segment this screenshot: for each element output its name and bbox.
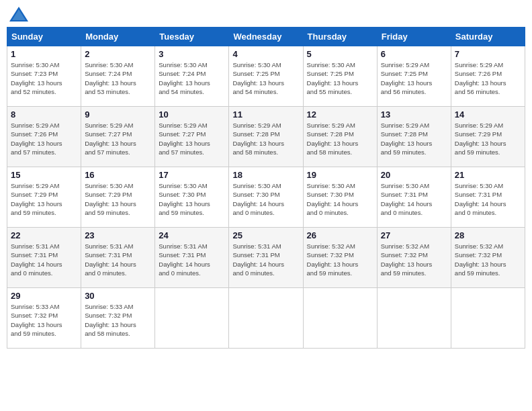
calendar-cell: 12Sunrise: 5:29 AMSunset: 7:28 PMDayligh… — [303, 107, 377, 167]
calendar-cell: 15Sunrise: 5:29 AMSunset: 7:29 PMDayligh… — [7, 167, 81, 228]
day-info: Sunrise: 5:31 AMSunset: 7:31 PMDaylight:… — [159, 242, 225, 277]
day-number: 21 — [455, 170, 521, 180]
calendar-cell: 9Sunrise: 5:29 AMSunset: 7:27 PMDaylight… — [81, 107, 155, 167]
calendar-cell: 30Sunrise: 5:33 AMSunset: 7:32 PMDayligh… — [81, 288, 155, 349]
header — [7, 7, 525, 21]
day-info: Sunrise: 5:29 AMSunset: 7:29 PMDaylight:… — [11, 181, 77, 217]
day-info: Sunrise: 5:30 AMSunset: 7:30 PMDaylight:… — [159, 181, 225, 217]
day-number: 17 — [159, 170, 225, 180]
calendar-cell: 19Sunrise: 5:30 AMSunset: 7:30 PMDayligh… — [303, 167, 377, 228]
day-info: Sunrise: 5:32 AMSunset: 7:32 PMDaylight:… — [307, 242, 373, 277]
header-day-friday: Friday — [377, 28, 451, 46]
day-info: Sunrise: 5:31 AMSunset: 7:31 PMDaylight:… — [11, 242, 77, 277]
day-number: 5 — [307, 49, 373, 59]
day-number: 20 — [381, 170, 447, 180]
calendar-cell: 24Sunrise: 5:31 AMSunset: 7:31 PMDayligh… — [155, 228, 229, 288]
calendar-cell: 5Sunrise: 5:30 AMSunset: 7:25 PMDaylight… — [303, 46, 377, 107]
day-info: Sunrise: 5:32 AMSunset: 7:32 PMDaylight:… — [455, 242, 521, 277]
day-number: 25 — [232, 230, 299, 240]
calendar-cell: 17Sunrise: 5:30 AMSunset: 7:30 PMDayligh… — [155, 167, 229, 228]
day-number: 9 — [85, 109, 151, 120]
day-info: Sunrise: 5:29 AMSunset: 7:28 PMDaylight:… — [381, 121, 447, 156]
day-info: Sunrise: 5:29 AMSunset: 7:29 PMDaylight:… — [455, 121, 521, 156]
day-info: Sunrise: 5:30 AMSunset: 7:30 PMDaylight:… — [307, 181, 373, 217]
day-number: 16 — [85, 170, 151, 180]
day-info: Sunrise: 5:30 AMSunset: 7:24 PMDaylight:… — [159, 60, 225, 96]
calendar-cell: 10Sunrise: 5:29 AMSunset: 7:27 PMDayligh… — [155, 107, 229, 167]
header-day-wednesday: Wednesday — [229, 28, 303, 46]
day-number: 1 — [11, 49, 77, 59]
calendar-cell: 16Sunrise: 5:30 AMSunset: 7:29 PMDayligh… — [81, 167, 155, 228]
day-info: Sunrise: 5:33 AMSunset: 7:32 PMDaylight:… — [85, 302, 151, 338]
calendar-cell: 14Sunrise: 5:29 AMSunset: 7:29 PMDayligh… — [451, 107, 525, 167]
day-info: Sunrise: 5:30 AMSunset: 7:25 PMDaylight:… — [232, 60, 299, 96]
day-number: 27 — [381, 230, 447, 240]
calendar-cell: 18Sunrise: 5:30 AMSunset: 7:30 PMDayligh… — [229, 167, 303, 228]
header-row: SundayMondayTuesdayWednesdayThursdayFrid… — [7, 28, 525, 46]
day-info: Sunrise: 5:29 AMSunset: 7:28 PMDaylight:… — [232, 121, 299, 156]
calendar-cell: 2Sunrise: 5:30 AMSunset: 7:24 PMDaylight… — [81, 46, 155, 107]
logo — [9, 7, 31, 21]
day-info: Sunrise: 5:29 AMSunset: 7:25 PMDaylight:… — [381, 60, 447, 96]
day-info: Sunrise: 5:31 AMSunset: 7:31 PMDaylight:… — [232, 242, 299, 277]
day-info: Sunrise: 5:30 AMSunset: 7:31 PMDaylight:… — [455, 181, 521, 217]
header-day-saturday: Saturday — [451, 28, 525, 46]
day-number: 3 — [159, 49, 225, 59]
day-number: 15 — [11, 170, 77, 180]
calendar-cell: 3Sunrise: 5:30 AMSunset: 7:24 PMDaylight… — [155, 46, 229, 107]
day-number: 28 — [455, 230, 521, 240]
day-number: 24 — [159, 230, 225, 240]
calendar-cell: 27Sunrise: 5:32 AMSunset: 7:32 PMDayligh… — [377, 228, 451, 288]
day-info: Sunrise: 5:30 AMSunset: 7:31 PMDaylight:… — [381, 181, 447, 217]
calendar-cell: 29Sunrise: 5:33 AMSunset: 7:32 PMDayligh… — [7, 288, 81, 349]
header-day-tuesday: Tuesday — [155, 28, 229, 46]
day-info: Sunrise: 5:30 AMSunset: 7:25 PMDaylight:… — [307, 60, 373, 96]
day-number: 10 — [159, 109, 225, 120]
calendar-cell: 23Sunrise: 5:31 AMSunset: 7:31 PMDayligh… — [81, 228, 155, 288]
calendar-cell: 6Sunrise: 5:29 AMSunset: 7:25 PMDaylight… — [377, 46, 451, 107]
day-number: 29 — [11, 291, 77, 301]
day-number: 12 — [307, 109, 373, 120]
header-day-thursday: Thursday — [303, 28, 377, 46]
logo-icon — [9, 7, 28, 21]
calendar-cell: 20Sunrise: 5:30 AMSunset: 7:31 PMDayligh… — [377, 167, 451, 228]
day-number: 30 — [85, 291, 151, 301]
day-info: Sunrise: 5:29 AMSunset: 7:27 PMDaylight:… — [85, 121, 151, 156]
day-info: Sunrise: 5:29 AMSunset: 7:26 PMDaylight:… — [455, 60, 521, 96]
calendar-cell — [451, 288, 525, 349]
calendar-row: 8Sunrise: 5:29 AMSunset: 7:26 PMDaylight… — [7, 107, 525, 167]
day-number: 8 — [11, 109, 77, 120]
day-number: 2 — [85, 49, 151, 59]
day-number: 14 — [455, 109, 521, 120]
day-number: 26 — [307, 230, 373, 240]
calendar-cell: 4Sunrise: 5:30 AMSunset: 7:25 PMDaylight… — [229, 46, 303, 107]
calendar-cell: 21Sunrise: 5:30 AMSunset: 7:31 PMDayligh… — [451, 167, 525, 228]
calendar-cell: 8Sunrise: 5:29 AMSunset: 7:26 PMDaylight… — [7, 107, 81, 167]
calendar-cell — [303, 288, 377, 349]
day-info: Sunrise: 5:30 AMSunset: 7:23 PMDaylight:… — [11, 60, 77, 96]
day-info: Sunrise: 5:29 AMSunset: 7:28 PMDaylight:… — [307, 121, 373, 156]
day-info: Sunrise: 5:29 AMSunset: 7:26 PMDaylight:… — [11, 121, 77, 156]
day-info: Sunrise: 5:30 AMSunset: 7:24 PMDaylight:… — [85, 60, 151, 96]
day-number: 18 — [232, 170, 299, 180]
day-number: 4 — [232, 49, 299, 59]
day-number: 19 — [307, 170, 373, 180]
calendar-cell: 7Sunrise: 5:29 AMSunset: 7:26 PMDaylight… — [451, 46, 525, 107]
calendar-cell: 25Sunrise: 5:31 AMSunset: 7:31 PMDayligh… — [229, 228, 303, 288]
calendar-row: 29Sunrise: 5:33 AMSunset: 7:32 PMDayligh… — [7, 288, 525, 349]
day-info: Sunrise: 5:31 AMSunset: 7:31 PMDaylight:… — [85, 242, 151, 277]
calendar-cell: 26Sunrise: 5:32 AMSunset: 7:32 PMDayligh… — [303, 228, 377, 288]
calendar-row: 15Sunrise: 5:29 AMSunset: 7:29 PMDayligh… — [7, 167, 525, 228]
day-number: 23 — [85, 230, 151, 240]
day-info: Sunrise: 5:32 AMSunset: 7:32 PMDaylight:… — [381, 242, 447, 277]
calendar-row: 22Sunrise: 5:31 AMSunset: 7:31 PMDayligh… — [7, 228, 525, 288]
calendar-cell: 22Sunrise: 5:31 AMSunset: 7:31 PMDayligh… — [7, 228, 81, 288]
day-info: Sunrise: 5:33 AMSunset: 7:32 PMDaylight:… — [11, 302, 77, 338]
calendar-cell — [155, 288, 229, 349]
calendar-body: 1Sunrise: 5:30 AMSunset: 7:23 PMDaylight… — [7, 46, 525, 349]
day-number: 6 — [381, 49, 447, 59]
calendar-cell — [377, 288, 451, 349]
calendar-cell: 1Sunrise: 5:30 AMSunset: 7:23 PMDaylight… — [7, 46, 81, 107]
day-info: Sunrise: 5:30 AMSunset: 7:29 PMDaylight:… — [85, 181, 151, 217]
day-info: Sunrise: 5:30 AMSunset: 7:30 PMDaylight:… — [232, 181, 299, 217]
